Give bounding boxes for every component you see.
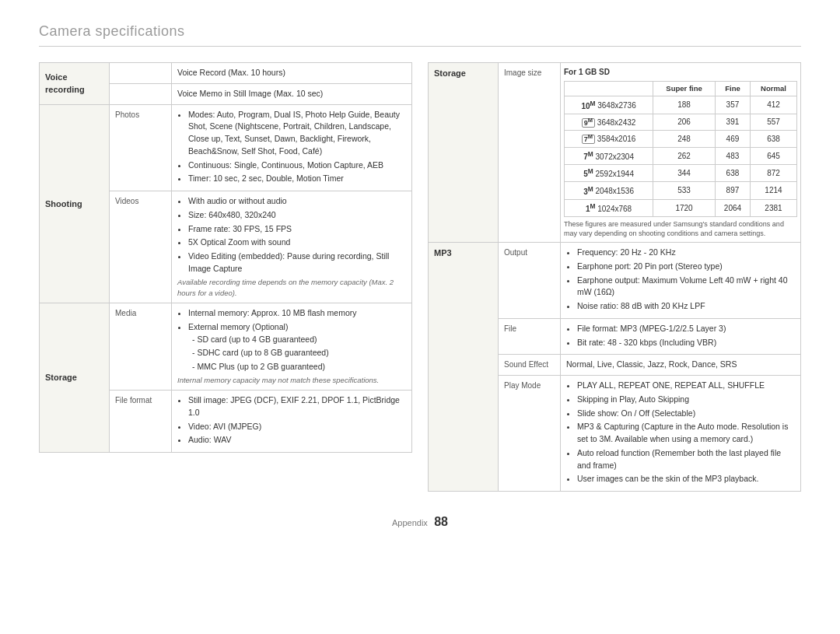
mp3-label: MP3: [429, 243, 499, 492]
shooting-label: Shooting: [40, 104, 110, 303]
playmode-label: Play Mode: [499, 376, 561, 492]
voice-recording-content2: Voice Memo in Still Image (Max. 10 sec): [172, 83, 412, 104]
normal-7m-a: 638: [750, 131, 796, 148]
image-size-table: Super fine Fine Normal 10M 3648x2736 188…: [564, 81, 797, 217]
normal-9m: 557: [750, 114, 796, 131]
mp3-output-row: MP3 Output Frequency: 20 Hz - 20 KHz Ear…: [429, 243, 801, 319]
fine-1m: 2064: [715, 199, 750, 216]
sf-9m: 206: [653, 114, 716, 131]
col-res-header: [565, 82, 653, 96]
footer-label: Appendix: [392, 518, 428, 527]
media-content: Internal memory: Approx. 10 MB flash mem…: [172, 303, 412, 391]
row-7m-b: 7M 3072x2304 262 483 645: [565, 147, 797, 164]
sf-1m: 1720: [653, 199, 716, 216]
soundeffect-label: Sound Effect: [499, 355, 561, 376]
footer-page: 88: [434, 515, 448, 528]
storage-media-row: Storage Media Internal memory: Approx. 1…: [40, 303, 412, 391]
for-1gb-label: For 1 GB SD: [564, 66, 797, 78]
right-storage-label: Storage: [429, 63, 499, 243]
storage-label: Storage: [40, 303, 110, 453]
normal-5m: 872: [750, 164, 796, 181]
row-5m: 5M 2592x1944 344 638 872: [565, 164, 797, 181]
voice-recording-content1: Voice Record (Max. 10 hours): [172, 63, 412, 84]
fine-7m-b: 483: [715, 147, 750, 164]
col-superfine-header: Super fine: [653, 82, 716, 96]
voice-recording-header: Voice recording Voice Record (Max. 10 ho…: [40, 63, 412, 84]
title-divider: [39, 46, 801, 47]
photos-label: Photos: [110, 104, 172, 191]
row-10m: 10M 3648x2736 188 357 412: [565, 96, 797, 114]
res-1m: 1M 1024x768: [565, 199, 653, 216]
videos-note: Available recording time depends on the …: [177, 277, 406, 299]
row-3m: 3M 2048x1536 533 897 1214: [565, 182, 797, 199]
fileformat-content: Still image: JPEG (DCF), EXIF 2.21, DPOF…: [172, 391, 412, 453]
fine-7m-a: 469: [715, 131, 750, 148]
voice-recording-sub2: [110, 83, 172, 104]
right-section: Storage Image size For 1 GB SD Super fin…: [428, 62, 801, 492]
output-label: Output: [499, 243, 561, 319]
res-5m: 5M 2592x1944: [565, 164, 653, 181]
fine-3m: 897: [715, 182, 750, 199]
normal-7m-b: 645: [750, 147, 796, 164]
fileformat-label: File format: [110, 391, 172, 453]
sf-3m: 533: [653, 182, 716, 199]
main-layout: Voice recording Voice Record (Max. 10 ho…: [39, 62, 801, 492]
fine-9m: 391: [715, 114, 750, 131]
res-7m-b: 7M 3072x2304: [565, 147, 653, 164]
sf-7m-a: 248: [653, 131, 716, 148]
photos-content: Modes: Auto, Program, Dual IS, Photo Hel…: [172, 104, 412, 191]
row-7m-a: 7M 3584x2016 248 469 638: [565, 131, 797, 148]
row-9m: 9M 3648x2432 206 391 557: [565, 114, 797, 131]
normal-3m: 1214: [750, 182, 796, 199]
res-10m: 10M 3648x2736: [565, 96, 653, 114]
normal-1m: 2381: [750, 199, 796, 216]
sf-5m: 344: [653, 164, 716, 181]
file-content: File format: MP3 (MPEG-1/2/2.5 Layer 3) …: [561, 318, 801, 355]
res-3m: 3M 2048x1536: [565, 182, 653, 199]
col-normal-header: Normal: [750, 82, 796, 96]
media-label: Media: [110, 303, 172, 391]
col-fine-header: Fine: [715, 82, 750, 96]
left-section: Voice recording Voice Record (Max. 10 ho…: [39, 62, 412, 492]
page-title: Camera specifications: [39, 23, 801, 40]
normal-10m: 412: [750, 96, 796, 114]
output-content: Frequency: 20 Hz - 20 KHz Earphone port:…: [561, 243, 801, 319]
storage-note: These figures are measured under Samsung…: [564, 219, 797, 239]
row-1m: 1M 1024x768 1720 2064 2381: [565, 199, 797, 216]
media-note: Internal memory capacity may not match t…: [177, 375, 406, 386]
playmode-content: PLAY ALL, REPEAT ONE, REPEAT ALL, SHUFFL…: [561, 376, 801, 492]
storage-imagesize-row: Storage Image size For 1 GB SD Super fin…: [429, 63, 801, 243]
voice-recording-label: Voice recording: [40, 63, 110, 105]
videos-label: Videos: [110, 191, 172, 303]
file-label: File: [499, 318, 561, 355]
fine-5m: 638: [715, 164, 750, 181]
page-footer: Appendix 88: [39, 515, 801, 529]
sf-7m-b: 262: [653, 147, 716, 164]
fine-10m: 357: [715, 96, 750, 114]
shooting-photos-row: Shooting Photos Modes: Auto, Program, Du…: [40, 104, 412, 191]
image-size-header: Super fine Fine Normal: [565, 82, 797, 96]
res-9m: 9M 3648x2432: [565, 114, 653, 131]
res-7m-a: 7M 3584x2016: [565, 131, 653, 148]
right-imagesize-label: Image size: [499, 63, 561, 243]
videos-content: With audio or without audio Size: 640x48…: [172, 191, 412, 303]
right-imagesize-content: For 1 GB SD Super fine Fine Normal 10M 3…: [561, 63, 801, 243]
soundeffect-content: Normal, Live, Classic, Jazz, Rock, Dance…: [561, 355, 801, 376]
voice-recording-sub1: [110, 63, 172, 84]
sf-10m: 188: [653, 96, 716, 114]
